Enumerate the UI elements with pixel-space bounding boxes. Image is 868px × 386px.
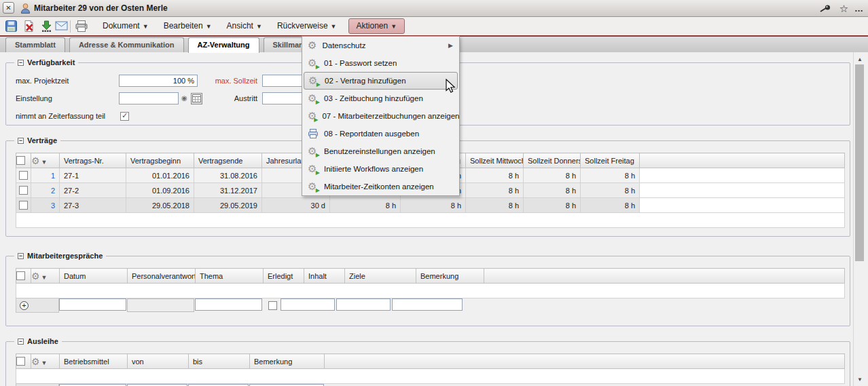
- cell: [640, 168, 845, 183]
- add-row-button[interactable]: +: [16, 298, 59, 313]
- gear-run-icon: ⚙▶: [308, 163, 319, 174]
- mail-icon[interactable]: [55, 21, 69, 35]
- gespraeche-table: ⚙▼ Datum Personalverantwortlicher Thema …: [16, 268, 845, 298]
- collapse-icon[interactable]: −: [18, 253, 24, 259]
- col-header[interactable]: Bemerkung: [250, 354, 325, 369]
- field-label-max-sollzeit: max. Sollzeit: [210, 75, 257, 87]
- import-icon[interactable]: [40, 20, 54, 33]
- cell: 8 h: [581, 168, 640, 183]
- scroll-up-icon[interactable]: ▲: [854, 55, 866, 64]
- col-header[interactable]: Sollzeit Donnerstag: [524, 153, 581, 168]
- add-row-button[interactable]: +: [16, 383, 59, 386]
- close-icon[interactable]: ✕: [3, 2, 14, 14]
- menu-bearbeiten[interactable]: Bearbeiten▼: [156, 18, 219, 34]
- row-link[interactable]: 3: [51, 201, 55, 210]
- col-header[interactable]: Ziele: [345, 269, 416, 284]
- scroll-down-icon[interactable]: ▼: [854, 375, 866, 385]
- col-header[interactable]: Sollzeit Mittwoch: [466, 153, 524, 168]
- row-link[interactable]: 1: [51, 172, 55, 180]
- cell: 8 h: [401, 198, 466, 213]
- tab-az-verwaltung[interactable]: AZ-Verwaltung: [188, 37, 259, 53]
- toolbar: Dokument▼ Bearbeiten▼ Ansicht▼ Rückverwe…: [0, 17, 868, 35]
- vertical-scrollbar[interactable]: ▲ ▼: [853, 52, 866, 386]
- menu-item-reportdaten[interactable]: 08 - Reportdaten ausgeben: [302, 125, 459, 142]
- menu-item-benutzereinstellungen[interactable]: ⚙▶ Benutzereinstellungen anzeigen: [302, 142, 459, 160]
- select-all-checkbox[interactable]: [16, 357, 25, 366]
- window-titlebar: ✕ Mitarbeiter 29 von der Osten Merle ☆ …: [0, 0, 868, 17]
- col-header[interactable]: Erledigt: [264, 269, 304, 284]
- cell: 8 h: [466, 183, 524, 198]
- menu-item-datenschutz[interactable]: ⚙ Datenschutz ▶: [302, 37, 459, 54]
- menu-dokument[interactable]: Dokument▼: [95, 18, 156, 34]
- new-ziele-input[interactable]: [336, 298, 391, 311]
- row-checkbox[interactable]: [19, 201, 28, 210]
- cell: [640, 198, 845, 213]
- col-header[interactable]: Datum: [60, 269, 128, 284]
- menu-item-passwort-setzen[interactable]: ⚙▶ 01 - Passwort setzen: [302, 54, 459, 72]
- print-icon[interactable]: [75, 20, 88, 33]
- save-icon[interactable]: [5, 20, 18, 33]
- new-bemerkung-input[interactable]: [392, 298, 463, 311]
- table-gear-menu[interactable]: ⚙▼: [31, 153, 60, 168]
- col-header-filler: [640, 153, 845, 168]
- cell: 01.09.2016: [126, 183, 194, 198]
- chevron-down-icon: ▼: [41, 274, 48, 281]
- menu-item-mitarbeiterzeitbuchungen[interactable]: ⚙▶ 07 - Mitarbeiterzeitbuchungen anzeige…: [302, 107, 459, 125]
- more-icon[interactable]: …: [853, 3, 865, 14]
- field-label: max. Projektzeit: [16, 75, 69, 87]
- col-header[interactable]: von: [128, 354, 189, 369]
- menu-item-zeitbuchung-hinzufuegen[interactable]: ⚙▶ 03 - Zeitbuchung hinzufügen: [302, 90, 459, 107]
- menu-item-initiierte-workflows[interactable]: ⚙▶ Initiierte Workflows anzeigen: [302, 160, 459, 178]
- menu-aktionen[interactable]: Aktionen▼: [348, 18, 405, 34]
- menu-item-zeitkonten[interactable]: ⚙▶ Mitarbeiter-Zeitkonten anzeigen: [302, 178, 459, 195]
- col-header[interactable]: Personalverantwortlicher: [128, 269, 196, 284]
- col-header[interactable]: Bemerkung: [416, 269, 484, 284]
- col-header[interactable]: bis: [189, 354, 250, 369]
- star-icon[interactable]: ☆: [838, 3, 850, 14]
- cell: 8 h: [524, 168, 581, 183]
- tab-stammblatt[interactable]: Stammblatt: [5, 37, 65, 52]
- scrollbar-thumb[interactable]: [855, 64, 864, 261]
- new-datum-input[interactable]: [59, 298, 126, 311]
- col-header[interactable]: Inhalt: [304, 269, 345, 284]
- new-inhalt-input[interactable]: [281, 298, 335, 311]
- chevron-down-icon: ▼: [331, 23, 337, 30]
- tab-adresse-kommunikation[interactable]: Adresse & Kommunikation: [69, 37, 184, 52]
- row-checkbox[interactable]: [19, 186, 28, 195]
- collapse-icon[interactable]: −: [18, 138, 24, 144]
- col-header[interactable]: Vertragsende: [194, 153, 262, 168]
- collapse-icon[interactable]: −: [18, 60, 24, 66]
- cell: 31.08.2016: [194, 168, 262, 183]
- delete-document-icon[interactable]: [22, 20, 36, 33]
- pin-icon[interactable]: [819, 3, 831, 14]
- person-icon: [20, 3, 31, 14]
- menu-ansicht[interactable]: Ansicht▼: [219, 18, 270, 34]
- field-label-austritt: Austritt: [210, 92, 257, 104]
- zeiterfassung-checkbox[interactable]: [120, 112, 129, 121]
- select-all-checkbox[interactable]: [16, 156, 25, 165]
- gear-run-icon: ⚙▶: [308, 58, 319, 69]
- today-radio-icon[interactable]: ◉: [181, 94, 187, 102]
- select-all-checkbox[interactable]: [16, 271, 25, 280]
- calendar-icon[interactable]: [191, 93, 202, 104]
- table-gear-menu[interactable]: ⚙▼: [31, 269, 60, 284]
- row-link[interactable]: 2: [51, 187, 55, 195]
- col-header[interactable]: Betriebsmittel: [60, 354, 128, 369]
- cell: 8 h: [330, 198, 401, 213]
- table-gear-menu[interactable]: ⚙▼: [31, 354, 60, 369]
- row-checkbox[interactable]: [19, 171, 28, 180]
- col-header[interactable]: Vertragsbeginn: [126, 153, 194, 168]
- max-projektzeit-input[interactable]: 100 %: [119, 75, 198, 87]
- menu-rueckverweise[interactable]: Rückverweise▼: [270, 18, 344, 34]
- col-header[interactable]: Sollzeit Freitag: [581, 153, 640, 168]
- new-thema-input[interactable]: [195, 298, 262, 311]
- cell: 27-3: [60, 198, 126, 213]
- new-erledigt-checkbox[interactable]: [268, 301, 277, 310]
- col-header[interactable]: Vertrags-Nr.: [60, 153, 126, 168]
- select-all-checkbox-cell: [16, 269, 31, 284]
- menu-item-vertrag-hinzufuegen[interactable]: ⚙▶ 02 - Vertrag hinzufügen: [304, 72, 458, 90]
- col-header[interactable]: Thema: [196, 269, 264, 284]
- collapse-icon[interactable]: −: [18, 339, 24, 345]
- einstellung-input[interactable]: [119, 92, 179, 104]
- select-all-checkbox-cell: [16, 153, 31, 168]
